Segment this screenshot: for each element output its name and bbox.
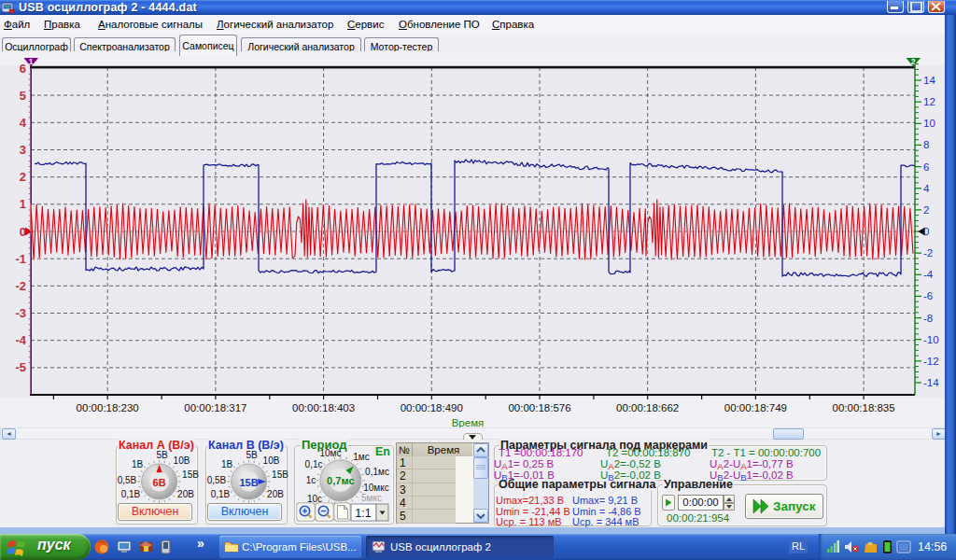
svg-text:3: 3 (20, 143, 26, 157)
svg-text:15В: 15В (272, 469, 288, 480)
svg-text:-8: -8 (923, 313, 933, 324)
svg-text:6В: 6В (153, 477, 166, 488)
svg-text:20В: 20В (177, 489, 194, 499)
svg-text:-2: -2 (15, 279, 26, 293)
svg-text:5мкс: 5мкс (361, 493, 382, 503)
svg-text:12: 12 (923, 96, 935, 107)
svg-text:1В: 1В (132, 459, 144, 469)
svg-text:-10: -10 (923, 334, 939, 345)
svg-text:1: 1 (20, 197, 26, 211)
svg-text:1: 1 (29, 57, 34, 66)
svg-text:10В: 10В (174, 455, 190, 466)
svg-text:1с: 1с (306, 475, 316, 485)
svg-text:15В: 15В (182, 469, 199, 480)
svg-text:1В: 1В (221, 459, 233, 469)
svg-text:-4: -4 (15, 333, 26, 347)
svg-text:8: 8 (923, 139, 929, 150)
svg-text:6: 6 (923, 161, 929, 173)
svg-text:-3: -3 (15, 306, 26, 320)
svg-text:00:00:18:317: 00:00:18:317 (184, 402, 246, 413)
svg-text:10мс: 10мс (320, 448, 342, 458)
svg-text:0,5В: 0,5В (118, 475, 137, 485)
svg-text:00:00:18:835: 00:00:18:835 (833, 402, 895, 413)
svg-text:15В: 15В (240, 477, 259, 488)
svg-text:0,1В: 0,1В (211, 489, 231, 499)
svg-text:0: 0 (20, 225, 26, 239)
svg-text:0,1мс: 0,1мс (365, 467, 389, 477)
svg-text:-4: -4 (923, 269, 934, 280)
svg-text:00:00:18:749: 00:00:18:749 (724, 402, 787, 413)
svg-text:00:00:18:230: 00:00:18:230 (77, 402, 139, 413)
svg-text:-1: -1 (15, 252, 26, 266)
svg-text:10мкс: 10мкс (363, 483, 389, 493)
svg-text:Время: Время (452, 417, 485, 428)
svg-text:5В: 5В (246, 450, 258, 460)
svg-text:10с: 10с (307, 494, 322, 504)
svg-text:-12: -12 (923, 356, 939, 367)
svg-text:4: 4 (923, 183, 930, 194)
svg-text:1:1: 1:1 (355, 507, 371, 520)
svg-text:4: 4 (20, 116, 27, 130)
svg-text:00:00:18:576: 00:00:18:576 (508, 402, 570, 413)
svg-text:2: 2 (923, 204, 929, 216)
svg-text:1мс: 1мс (353, 452, 369, 462)
svg-text:5: 5 (20, 89, 26, 103)
svg-text:10: 10 (923, 118, 935, 129)
svg-text:20В: 20В (267, 489, 284, 499)
svg-text:00:00:18:403: 00:00:18:403 (292, 402, 355, 413)
svg-text:14: 14 (923, 75, 935, 86)
svg-text:2: 2 (911, 57, 916, 66)
svg-text:0,5В: 0,5В (207, 475, 227, 485)
svg-text:-5: -5 (15, 360, 26, 374)
svg-text:-14: -14 (923, 377, 939, 388)
svg-text:2: 2 (20, 170, 26, 184)
svg-text:5В: 5В (156, 450, 168, 460)
svg-text:0,1В: 0,1В (121, 489, 141, 499)
svg-text:6: 6 (20, 62, 26, 76)
svg-text:-2: -2 (923, 247, 933, 259)
svg-text:00:00:18:490: 00:00:18:490 (401, 402, 463, 413)
svg-text:0,7мс: 0,7мс (327, 475, 354, 486)
svg-text:-6: -6 (923, 290, 933, 301)
svg-text:00:00:18:662: 00:00:18:662 (616, 402, 679, 413)
svg-text:0,1с: 0,1с (305, 459, 323, 469)
svg-text:10В: 10В (263, 455, 280, 466)
